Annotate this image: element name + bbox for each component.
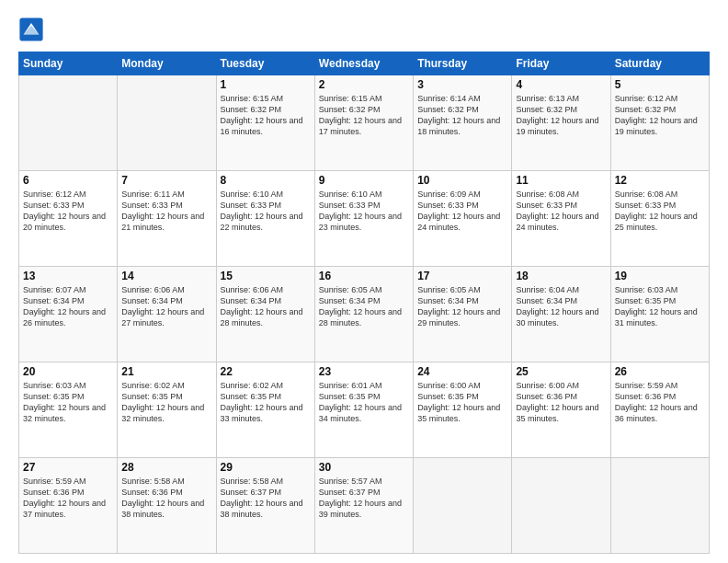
calendar-cell: 13Sunrise: 6:07 AMSunset: 6:34 PMDayligh… xyxy=(19,267,118,362)
day-detail: Sunrise: 6:06 AMSunset: 6:34 PMDaylight:… xyxy=(221,284,311,329)
calendar-cell: 19Sunrise: 6:03 AMSunset: 6:35 PMDayligh… xyxy=(610,267,709,362)
day-number: 3 xyxy=(417,78,507,91)
day-number: 7 xyxy=(121,174,211,187)
calendar-cell: 29Sunrise: 5:58 AMSunset: 6:37 PMDayligh… xyxy=(216,458,314,554)
day-detail: Sunrise: 6:15 AMSunset: 6:32 PMDaylight:… xyxy=(319,93,409,138)
calendar-week-3: 13Sunrise: 6:07 AMSunset: 6:34 PMDayligh… xyxy=(19,267,710,362)
day-number: 5 xyxy=(615,78,705,91)
day-number: 23 xyxy=(319,365,409,378)
calendar-cell: 23Sunrise: 6:01 AMSunset: 6:35 PMDayligh… xyxy=(314,362,413,458)
day-detail: Sunrise: 5:58 AMSunset: 6:37 PMDaylight:… xyxy=(221,476,311,521)
day-detail: Sunrise: 6:13 AMSunset: 6:32 PMDaylight:… xyxy=(516,93,606,138)
calendar-cell: 30Sunrise: 5:57 AMSunset: 6:37 PMDayligh… xyxy=(314,458,413,554)
day-detail: Sunrise: 6:15 AMSunset: 6:32 PMDaylight:… xyxy=(221,93,311,138)
calendar-header-friday: Friday xyxy=(512,52,610,75)
day-number: 10 xyxy=(417,174,507,187)
calendar-cell: 4Sunrise: 6:13 AMSunset: 6:32 PMDaylight… xyxy=(512,75,610,171)
calendar-cell: 24Sunrise: 6:00 AMSunset: 6:35 PMDayligh… xyxy=(414,362,512,458)
day-detail: Sunrise: 6:08 AMSunset: 6:33 PMDaylight:… xyxy=(615,189,705,234)
day-detail: Sunrise: 5:57 AMSunset: 6:37 PMDaylight:… xyxy=(319,476,409,521)
day-detail: Sunrise: 6:14 AMSunset: 6:32 PMDaylight:… xyxy=(417,93,507,138)
day-number: 22 xyxy=(221,365,311,378)
day-number: 18 xyxy=(516,270,606,282)
calendar-cell: 8Sunrise: 6:10 AMSunset: 6:33 PMDaylight… xyxy=(216,171,314,267)
calendar-cell: 22Sunrise: 6:02 AMSunset: 6:35 PMDayligh… xyxy=(216,362,314,458)
calendar-cell: 9Sunrise: 6:10 AMSunset: 6:33 PMDaylight… xyxy=(314,171,413,267)
calendar-cell: 17Sunrise: 6:05 AMSunset: 6:34 PMDayligh… xyxy=(414,267,512,362)
calendar-header-wednesday: Wednesday xyxy=(314,52,413,75)
calendar-cell xyxy=(19,75,118,171)
calendar-cell: 16Sunrise: 6:05 AMSunset: 6:34 PMDayligh… xyxy=(314,267,413,362)
calendar-cell: 21Sunrise: 6:02 AMSunset: 6:35 PMDayligh… xyxy=(118,362,216,458)
calendar-cell: 28Sunrise: 5:58 AMSunset: 6:36 PMDayligh… xyxy=(118,458,216,554)
day-detail: Sunrise: 6:07 AMSunset: 6:34 PMDaylight:… xyxy=(23,284,113,329)
calendar-cell: 27Sunrise: 5:59 AMSunset: 6:36 PMDayligh… xyxy=(19,458,118,554)
day-detail: Sunrise: 6:12 AMSunset: 6:32 PMDaylight:… xyxy=(615,93,705,138)
day-number: 15 xyxy=(221,270,311,282)
logo-icon xyxy=(18,17,44,42)
day-number: 4 xyxy=(516,78,606,91)
day-detail: Sunrise: 6:08 AMSunset: 6:33 PMDaylight:… xyxy=(516,189,606,234)
day-number: 29 xyxy=(221,461,311,474)
day-detail: Sunrise: 6:05 AMSunset: 6:34 PMDaylight:… xyxy=(319,284,409,329)
calendar-cell: 25Sunrise: 6:00 AMSunset: 6:36 PMDayligh… xyxy=(512,362,610,458)
day-number: 28 xyxy=(121,461,211,474)
day-detail: Sunrise: 6:06 AMSunset: 6:34 PMDaylight:… xyxy=(121,284,211,329)
day-detail: Sunrise: 6:00 AMSunset: 6:36 PMDaylight:… xyxy=(516,380,606,425)
day-detail: Sunrise: 6:03 AMSunset: 6:35 PMDaylight:… xyxy=(23,380,113,425)
day-number: 26 xyxy=(615,365,705,378)
day-detail: Sunrise: 5:58 AMSunset: 6:36 PMDaylight:… xyxy=(121,476,211,521)
calendar-week-2: 6Sunrise: 6:12 AMSunset: 6:33 PMDaylight… xyxy=(19,171,710,267)
day-number: 16 xyxy=(319,270,409,282)
day-number: 27 xyxy=(23,461,113,474)
calendar-week-4: 20Sunrise: 6:03 AMSunset: 6:35 PMDayligh… xyxy=(19,362,710,458)
calendar-cell: 6Sunrise: 6:12 AMSunset: 6:33 PMDaylight… xyxy=(19,171,118,267)
day-number: 14 xyxy=(121,270,211,282)
day-number: 21 xyxy=(121,365,211,378)
calendar-cell: 1Sunrise: 6:15 AMSunset: 6:32 PMDaylight… xyxy=(216,75,314,171)
day-number: 2 xyxy=(319,78,409,91)
day-number: 12 xyxy=(615,174,705,187)
calendar-cell: 26Sunrise: 5:59 AMSunset: 6:36 PMDayligh… xyxy=(610,362,709,458)
day-detail: Sunrise: 6:00 AMSunset: 6:35 PMDaylight:… xyxy=(417,380,507,425)
day-number: 25 xyxy=(516,365,606,378)
calendar-cell: 12Sunrise: 6:08 AMSunset: 6:33 PMDayligh… xyxy=(610,171,709,267)
day-number: 19 xyxy=(615,270,705,282)
calendar-cell: 18Sunrise: 6:04 AMSunset: 6:34 PMDayligh… xyxy=(512,267,610,362)
page: SundayMondayTuesdayWednesdayThursdayFrid… xyxy=(0,0,728,563)
header xyxy=(18,17,710,42)
logo xyxy=(18,17,46,42)
day-detail: Sunrise: 5:59 AMSunset: 6:36 PMDaylight:… xyxy=(23,476,113,521)
calendar-header-monday: Monday xyxy=(118,52,216,75)
calendar: SundayMondayTuesdayWednesdayThursdayFrid… xyxy=(18,52,710,554)
calendar-cell xyxy=(610,458,709,554)
day-detail: Sunrise: 6:10 AMSunset: 6:33 PMDaylight:… xyxy=(319,189,409,234)
day-number: 1 xyxy=(221,78,311,91)
day-number: 24 xyxy=(417,365,507,378)
day-detail: Sunrise: 6:01 AMSunset: 6:35 PMDaylight:… xyxy=(319,380,409,425)
calendar-cell: 20Sunrise: 6:03 AMSunset: 6:35 PMDayligh… xyxy=(19,362,118,458)
calendar-header-sunday: Sunday xyxy=(19,52,118,75)
day-detail: Sunrise: 6:04 AMSunset: 6:34 PMDaylight:… xyxy=(516,284,606,329)
calendar-cell xyxy=(118,75,216,171)
day-number: 17 xyxy=(417,270,507,282)
calendar-cell: 7Sunrise: 6:11 AMSunset: 6:33 PMDaylight… xyxy=(118,171,216,267)
calendar-cell: 5Sunrise: 6:12 AMSunset: 6:32 PMDaylight… xyxy=(610,75,709,171)
calendar-cell: 15Sunrise: 6:06 AMSunset: 6:34 PMDayligh… xyxy=(216,267,314,362)
calendar-header-row: SundayMondayTuesdayWednesdayThursdayFrid… xyxy=(19,52,710,75)
day-detail: Sunrise: 6:12 AMSunset: 6:33 PMDaylight:… xyxy=(23,189,113,234)
day-number: 13 xyxy=(23,270,113,282)
day-detail: Sunrise: 6:03 AMSunset: 6:35 PMDaylight:… xyxy=(615,284,705,329)
calendar-cell xyxy=(512,458,610,554)
day-number: 8 xyxy=(221,174,311,187)
calendar-header-tuesday: Tuesday xyxy=(216,52,314,75)
day-number: 6 xyxy=(23,174,113,187)
day-detail: Sunrise: 6:09 AMSunset: 6:33 PMDaylight:… xyxy=(417,189,507,234)
day-detail: Sunrise: 6:11 AMSunset: 6:33 PMDaylight:… xyxy=(121,189,211,234)
calendar-cell: 2Sunrise: 6:15 AMSunset: 6:32 PMDaylight… xyxy=(314,75,413,171)
calendar-cell: 3Sunrise: 6:14 AMSunset: 6:32 PMDaylight… xyxy=(414,75,512,171)
calendar-header-thursday: Thursday xyxy=(414,52,512,75)
calendar-cell: 10Sunrise: 6:09 AMSunset: 6:33 PMDayligh… xyxy=(414,171,512,267)
day-detail: Sunrise: 5:59 AMSunset: 6:36 PMDaylight:… xyxy=(615,380,705,425)
calendar-cell: 11Sunrise: 6:08 AMSunset: 6:33 PMDayligh… xyxy=(512,171,610,267)
